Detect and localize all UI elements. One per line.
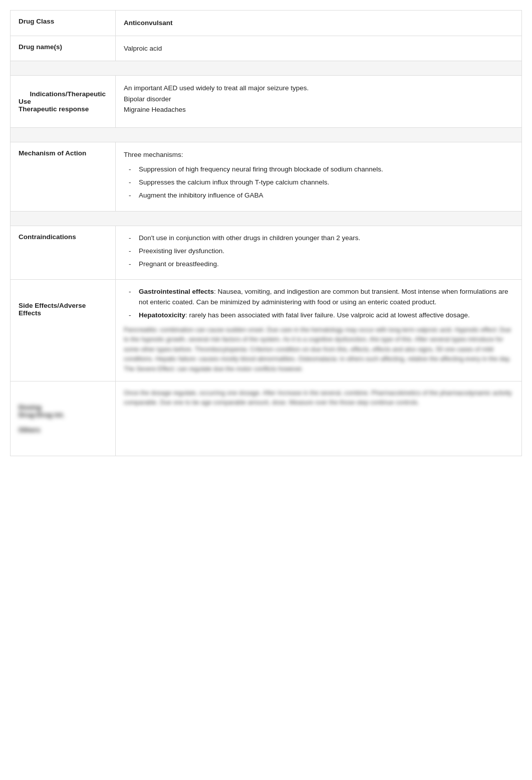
mechanism-intro: Three mechanisms: [124, 149, 513, 160]
drug-class-value: Anticonvulsant [116, 11, 522, 36]
dosing-label: Dosing Drug-Drug int. Others [11, 381, 116, 456]
drug-name-row: Drug name(s) Valproic acid [11, 36, 522, 61]
mechanism-item: Suppresses the calcium influx through T-… [129, 177, 513, 187]
indications-label: Indications/Therapeutic Use Therapeutic … [11, 76, 116, 128]
mechanism-label: Mechanism of Action [11, 142, 116, 211]
drug-name-label: Drug name(s) [11, 36, 116, 61]
contraindications-label: Contraindications [11, 226, 116, 280]
drug-class-row: Drug Class Anticonvulsant [11, 11, 522, 36]
indications-content: An important AED used widely to treat al… [116, 76, 522, 128]
indications-row: Indications/Therapeutic Use Therapeutic … [11, 76, 522, 128]
mechanism-item: Suppression of high frequency neural fir… [129, 164, 513, 174]
mechanism-list: Suppression of high frequency neural fir… [124, 164, 513, 201]
side-effect-gi: Gastrointestinal effects: Nausea, vomiti… [129, 287, 513, 307]
contraindications-content: Don't use in conjunction with other drug… [116, 226, 522, 280]
contraindications-row: Contraindications Don't use in conjuncti… [11, 226, 522, 280]
mechanism-content: Three mechanisms: Suppression of high fr… [116, 142, 522, 211]
drug-info-table: Drug Class Anticonvulsant Drug name(s) V… [10, 10, 522, 456]
contraindication-item: Don't use in conjunction with other drug… [129, 233, 513, 243]
side-effects-row: Side Effects/Adverse Effects Gastrointes… [11, 280, 522, 381]
drug-name-value: Valproic acid [116, 36, 522, 61]
contraindication-item: Preexisting liver dysfunction. [129, 246, 513, 256]
mechanism-row: Mechanism of Action Three mechanisms: Su… [11, 142, 522, 211]
side-effects-content: Gastrointestinal effects: Nausea, vomiti… [116, 280, 522, 381]
contraindications-list: Don't use in conjunction with other drug… [124, 233, 513, 270]
side-effects-label: Side Effects/Adverse Effects [11, 280, 116, 381]
dosing-content: Once the dosage regulate, occurring one … [116, 381, 522, 456]
mechanism-item: Augment the inhibitory influence of GABA [129, 190, 513, 201]
side-effects-blurred: Pancreatitis: combination can cause sudd… [124, 325, 513, 374]
side-effects-list: Gastrointestinal effects: Nausea, vomiti… [124, 287, 513, 320]
dosing-row: Dosing Drug-Drug int. Others Once the do… [11, 381, 522, 456]
side-effect-hepatotoxicity: Hepatotoxicity: rarely has been associat… [129, 310, 513, 320]
contraindication-item: Pregnant or breastfeeding. [129, 259, 513, 269]
drug-class-label: Drug Class [11, 11, 116, 36]
